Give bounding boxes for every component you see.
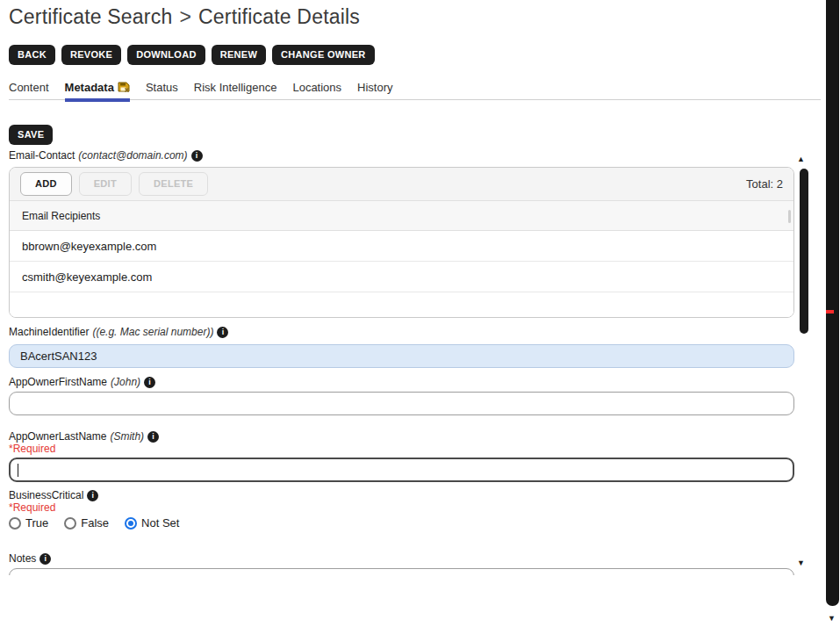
info-icon[interactable]: i xyxy=(87,490,98,501)
table-row-empty xyxy=(10,292,793,317)
grid-total: Total: 2 xyxy=(746,177,783,191)
text-cursor xyxy=(18,464,18,477)
grid-toolbar: ADD EDIT DELETE Total: 2 xyxy=(10,168,793,200)
radio-true[interactable]: True xyxy=(9,516,48,530)
back-button[interactable]: BACK xyxy=(9,45,55,65)
add-button[interactable]: ADD xyxy=(20,172,72,196)
page-scrollbar-thumb[interactable] xyxy=(826,0,839,606)
breadcrumb-certificate-search[interactable]: Certificate Search xyxy=(9,5,172,28)
app-owner-last-name-input[interactable] xyxy=(9,458,794,482)
breadcrumb-certificate-details: Certificate Details xyxy=(198,5,360,28)
inner-scrollbar-up-icon[interactable]: ▲ xyxy=(797,155,805,163)
radio-circle xyxy=(64,517,76,530)
tab-metadata[interactable]: Metadata xyxy=(65,81,130,99)
email-contact-label: Email-Contact (contact@domain.com) i xyxy=(9,149,203,162)
grid-total-count: 2 xyxy=(777,177,783,191)
edit-button[interactable]: EDIT xyxy=(79,172,132,196)
breadcrumb: Certificate Search>Certificate Details xyxy=(9,5,360,29)
info-icon[interactable]: i xyxy=(217,327,228,338)
table-row[interactable]: bbrown@keyexample.com xyxy=(10,231,793,262)
page-scrollbar-red-marker xyxy=(826,310,834,314)
inner-scrollbar-down-icon[interactable]: ▼ xyxy=(797,559,805,567)
tabs-divider xyxy=(9,99,821,100)
table-row[interactable]: csmith@keyexample.com xyxy=(10,262,793,292)
radio-false[interactable]: False xyxy=(64,516,109,530)
certificate-details-page: Certificate Search>Certificate Details B… xyxy=(0,0,840,627)
metadata-form-region: SAVE Email-Contact (contact@domain.com) … xyxy=(0,114,825,575)
radio-circle xyxy=(125,517,137,530)
inner-scrollbar-thumb[interactable] xyxy=(800,169,808,334)
download-button[interactable]: DOWNLOAD xyxy=(127,45,205,65)
info-icon[interactable]: i xyxy=(144,377,155,388)
machine-identifier-label: MachineIdentifier ((e.g. Mac serial numb… xyxy=(9,326,228,338)
renew-button[interactable]: RENEW xyxy=(212,45,266,65)
page-scrollbar-down-icon[interactable]: ▼ xyxy=(828,614,836,623)
business-critical-label: BusinessCritical i xyxy=(9,489,98,501)
app-owner-last-name-label: AppOwnerLastName (Smith) i xyxy=(9,430,159,443)
active-tab-underline xyxy=(65,98,130,102)
info-icon[interactable]: i xyxy=(147,431,159,443)
unsaved-changes-save-icon xyxy=(118,82,130,93)
radio-circle xyxy=(9,517,21,530)
notes-label: Notes i xyxy=(9,552,51,565)
save-button[interactable]: SAVE xyxy=(9,125,53,145)
column-resize-handle[interactable] xyxy=(788,210,791,223)
delete-button[interactable]: DELETE xyxy=(139,172,208,196)
required-indicator: *Required xyxy=(9,501,55,514)
radio-not-set[interactable]: Not Set xyxy=(125,516,179,530)
revoke-button[interactable]: REVOKE xyxy=(61,45,121,65)
tab-bar: Content Metadata Status Risk Intelligenc… xyxy=(9,81,393,99)
app-owner-first-name-label: AppOwnerFirstName (John) i xyxy=(9,376,155,388)
tab-status[interactable]: Status xyxy=(146,81,178,99)
tab-locations[interactable]: Locations xyxy=(292,81,341,99)
app-owner-first-name-input[interactable] xyxy=(9,392,794,415)
required-indicator: *Required xyxy=(9,443,55,455)
change-owner-button[interactable]: CHANGE OWNER xyxy=(272,45,375,65)
action-button-bar: BACK REVOKE DOWNLOAD RENEW CHANGE OWNER xyxy=(9,45,375,65)
tab-history[interactable]: History xyxy=(357,81,392,99)
notes-input[interactable] xyxy=(9,568,794,575)
tab-content[interactable]: Content xyxy=(9,81,49,99)
machine-identifier-input[interactable] xyxy=(9,344,794,368)
breadcrumb-separator: > xyxy=(179,5,191,28)
info-icon[interactable]: i xyxy=(39,553,51,565)
email-recipients-grid: ADD EDIT DELETE Total: 2 Email Recipient… xyxy=(9,167,794,318)
info-icon[interactable]: i xyxy=(191,150,203,162)
business-critical-radio-group: True False Not Set xyxy=(9,516,179,530)
grid-column-header: Email Recipients xyxy=(10,200,793,231)
tab-risk-intelligence[interactable]: Risk Intelligence xyxy=(194,81,277,99)
